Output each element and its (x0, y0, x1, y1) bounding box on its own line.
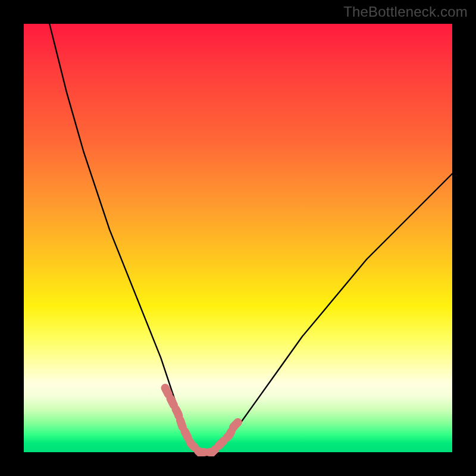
watermark-text: TheBottleneck.com (343, 4, 468, 20)
bottleneck-curve (49, 24, 452, 452)
plot-area (24, 24, 452, 452)
highlight-band (165, 388, 238, 452)
chart-frame: TheBottleneck.com (0, 0, 476, 476)
curve-svg (24, 24, 452, 452)
